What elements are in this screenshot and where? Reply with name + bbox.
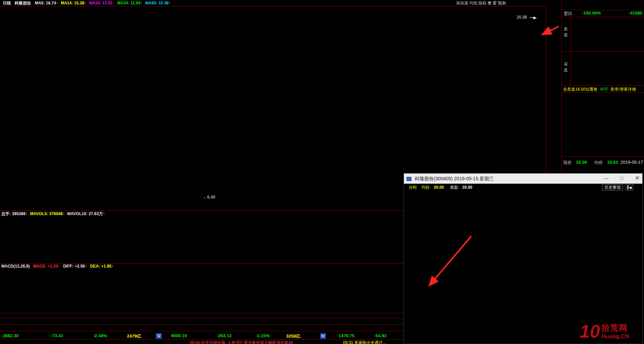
ticker-news-1[interactable]: 09:34 经济日报头版: 人民币汇率没有持续大幅贬值的基础 [190,340,293,344]
app-window: 日线 科隆股份 MA5: 18.74↑MA14: 15.28↑MA24: 13.… [0,0,644,344]
cur-price-value: 16.36 [576,160,587,165]
ma-value-1: MA14: 15.28↑ [61,1,86,5]
sh-change: -73.41 [51,333,63,338]
close-button[interactable]: ✕ [631,174,643,184]
cy-chip: 创 [320,333,326,339]
dea-value: DEA: +1.95↑ [90,264,113,269]
weicha-value: -41080 [629,10,642,16]
intraday-replay-window: 科隆股份(300405) 2019-05-15 星期三 — □ ✕ 分时 均价:… [404,173,643,344]
ma-value-0: MA5: 18.74↑ [35,1,58,5]
toolbar-button-5[interactable]: 预测 [498,0,506,6]
window-icon [407,177,411,181]
diff-value: DIFF: +2.56↑ [63,264,87,269]
sz-change: -293.13 [217,333,232,338]
sz-amount: 3258亿 [286,333,300,339]
date-value: 2019-05-17 [621,160,643,165]
toolbar-button-3[interactable]: 叠 [488,0,492,6]
last-label: 最新: [450,184,459,191]
history-replay-button[interactable]: 历史重现 [602,184,623,190]
cy-index: 1478.75 [339,333,355,338]
ma-value-4: MA60: 10.48↑ [145,1,171,5]
period-label[interactable]: 日线 [3,0,11,6]
notice-pre: 在卖盘16.50位置有 [563,87,598,92]
cy-change: -54.92 [374,333,387,338]
ticker-news-2[interactable]: 09:31 多家险企全通过… [343,340,387,344]
intraday-chart[interactable] [419,193,627,335]
large-order-notice[interactable]: 在卖盘16.50位置有 40手 卖单!查看详细 [563,87,636,92]
annotation-peak-price: 20.38 [517,15,527,20]
sz-pct: -3.15% [256,333,270,338]
quote-panel: 委比 -100.00% -41080 卖盘 买盘 在卖盘16.50位置有 40手… [561,0,644,173]
cur-price-label: 现价 [563,160,572,166]
macd-params: MACD(12,26,9) [1,264,30,269]
ma-value-2: MA24: 13.01↑ [89,1,114,5]
weibi-label: 委比 [564,10,573,17]
popup-title: 科隆股份(300405) 2019-05-15 星期三 [415,176,494,181]
toolbar-button-2[interactable]: 除权 [478,0,487,6]
weibi-row: 委比 -100.00% -41080 [562,10,644,17]
sell-side-label: 卖盘 [564,26,568,38]
mode-label[interactable]: 分时 [409,184,417,191]
avg-price-value: 16.63 [607,160,618,165]
chart-toolbar: 加自选均线除权叠窗预测 [456,0,506,6]
macd-value: MACD: +1.23↑ [33,264,60,269]
maximize-button[interactable]: □ [616,174,627,184]
macd-header: MACD(12,26,9) MACD: +1.23↑ DIFF: +2.56↑ … [1,264,113,269]
minimize-button[interactable]: — [600,174,612,184]
annotation-low-price: ←6.49 [203,195,215,200]
ma-values: MA5: 18.74↑MA14: 15.28↑MA24: 13.01↑MA34:… [32,1,171,5]
toolbar-button-1[interactable]: 均线 [469,0,477,6]
last-value: 20.00 [462,184,472,191]
popup-chart-header: 分时 均价: 20.00 最新: 20.00 历史重现 ◀ [404,184,642,192]
sh-amount: 2479亿 [127,333,141,339]
avg-label: 均价: [422,184,431,191]
volume-total: 总手: 385386↑ [1,211,27,216]
stock-name: 科隆股份 [15,0,31,6]
mavol10-value: MAVOL10: 27.63万↑ [67,211,105,216]
notice-link[interactable]: 卖单!查看详细 [610,87,636,92]
toolbar-button-0[interactable]: 加自选 [456,0,468,6]
sh-index: 2882.30 [3,333,19,338]
popup-titlebar[interactable]: 科隆股份(300405) 2019-05-15 星期三 — □ ✕ [404,174,642,184]
mavol5-value: MAVOL5: 376048↑ [30,211,65,216]
chart-header: 日线 科隆股份 MA5: 18.74↑MA14: 15.28↑MA24: 13.… [0,0,644,6]
sh-pct: -2.48% [93,333,107,338]
ma-value-3: MA34: 11.94↑ [117,1,143,5]
avg-price-label: 均价 [594,160,603,166]
avg-value: 20.00 [434,184,444,191]
volume-header: 总手: 385386↑ MAVOL5: 376048↑ MAVOL10: 27.… [1,211,105,217]
toolbar-button-4[interactable]: 窗 [493,0,497,6]
notice-lots: 40手 [600,87,608,92]
buy-side-label: 买盘 [564,62,568,73]
sz-chip: 深 [156,333,162,339]
weibi-value: -100.00% [582,10,601,16]
sz-index: 9000.19 [171,333,187,338]
skip-to-start-icon[interactable]: ◀ [626,184,633,190]
